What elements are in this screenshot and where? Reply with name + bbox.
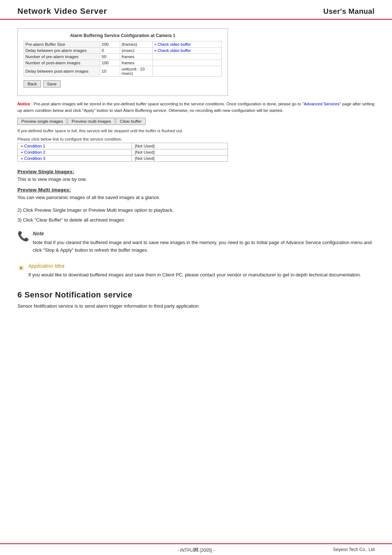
notice-link[interactable]: "Advanced Services" bbox=[302, 102, 341, 106]
config-row-link bbox=[153, 54, 222, 60]
save-button[interactable]: Save bbox=[43, 80, 61, 88]
preview-btn-row: Preview single images Preview multi imag… bbox=[17, 118, 375, 125]
config-row-unit: unit(unit : 10 msec) bbox=[120, 66, 153, 77]
preview-multi-button[interactable]: Preview multi images bbox=[68, 118, 115, 125]
preview-single-heading: Preview Single Images: bbox=[17, 169, 375, 174]
config-row-value: 0 bbox=[100, 48, 120, 54]
section-6-text: Sensor Notification service is to send a… bbox=[17, 303, 375, 310]
numbered-item-3: 3) Click "Clear Buffer" to delete all ar… bbox=[17, 216, 375, 224]
section-6-name: Sensor Notification service bbox=[24, 290, 132, 299]
numbered-item-2: 2) Click Preview Single Imager or Previe… bbox=[17, 206, 375, 214]
config-btn-row: Back Save bbox=[24, 80, 222, 88]
config-row-value: 100 bbox=[100, 60, 120, 66]
config-row-link bbox=[153, 66, 222, 77]
back-button[interactable]: Back bbox=[24, 80, 41, 88]
notice-block: Notice : Pre-post alarm images will be s… bbox=[17, 101, 375, 114]
config-table-row: Delay between pre-alarm images 0 (msec) … bbox=[24, 48, 222, 54]
condition-row: » Condition 3 [Not Used] bbox=[18, 155, 228, 161]
config-table-row: Number of pre-alarm images 50 frames bbox=[24, 54, 222, 60]
note-label: Note bbox=[33, 231, 375, 236]
app-idea-text: If you would like to download buffered i… bbox=[28, 271, 361, 279]
numbered-list: 2) Click Preview Single Imager or Previe… bbox=[17, 206, 375, 224]
app-idea-icon: ☀︎ bbox=[17, 264, 25, 273]
header-title-left: Network Video Server bbox=[17, 7, 107, 16]
config-table-row: Pre-alarm Buffer Size 200 (frames) » Che… bbox=[24, 41, 222, 48]
config-row-label: Delay between pre-alarm images bbox=[24, 48, 100, 54]
note-block: 📞 Note Note that if you cleared the buff… bbox=[17, 231, 375, 254]
config-row-value: 10 bbox=[100, 66, 120, 77]
condition-link-cell[interactable]: » Condition 1 bbox=[18, 143, 132, 149]
config-row-label: Delay between post-alarm images bbox=[24, 66, 100, 77]
preview-single-button[interactable]: Preview single images bbox=[17, 118, 67, 125]
config-row-unit: frames bbox=[120, 60, 153, 66]
header-title-right: User's Manual bbox=[323, 7, 375, 16]
config-row-link[interactable]: » Check video buffer bbox=[153, 41, 222, 48]
conditions-table: » Condition 1 [Not Used] » Condition 2 [… bbox=[17, 143, 228, 162]
condition-status: [Not Used] bbox=[132, 149, 228, 155]
main-content: Alarm Buffering Service Configuration at… bbox=[0, 20, 392, 347]
preview-multi-text: You can view panoramic images of all the… bbox=[17, 194, 375, 202]
preview-single-text: This is to view image one by one. bbox=[17, 176, 375, 183]
condition-link-cell[interactable]: » Condition 2 bbox=[18, 149, 132, 155]
condition-status: [Not Used] bbox=[132, 155, 228, 161]
footer-copyright: - INTPLUS [2005] - bbox=[177, 548, 215, 553]
config-table-row: Delay between post-alarm images 10 unit(… bbox=[24, 66, 222, 77]
buffer-info: If pre-defined buffer space is full, thi… bbox=[17, 128, 375, 134]
config-row-label: Number of pre-alarm images bbox=[24, 54, 100, 60]
preview-multi-heading: Preview Multi images: bbox=[17, 187, 375, 193]
app-idea-block: ☀︎ Application Idea If you would like to… bbox=[17, 263, 375, 279]
condition-link-cell[interactable]: » Condition 3 bbox=[18, 155, 132, 161]
note-content: Note Note that if you cleared the buffer… bbox=[33, 231, 375, 254]
config-table: Pre-alarm Buffer Size 200 (frames) » Che… bbox=[24, 41, 222, 77]
config-row-value: 200 bbox=[100, 41, 120, 48]
config-row-link bbox=[153, 60, 222, 66]
section-6-title: 6 Sensor Notification service bbox=[17, 290, 375, 300]
config-table-row: Number of post-alarm images 100 frames bbox=[24, 60, 222, 66]
config-title: Alarm Buffering Service Configuration at… bbox=[24, 33, 222, 38]
app-idea-label: Application Idea bbox=[28, 263, 361, 269]
config-row-link[interactable]: » Check video buffer bbox=[153, 48, 222, 54]
app-idea-content: Application Idea If you would like to do… bbox=[28, 263, 361, 279]
condition-status: [Not Used] bbox=[132, 143, 228, 149]
config-row-unit: frames bbox=[120, 54, 153, 60]
config-row-label: Pre-alarm Buffer Size bbox=[24, 41, 100, 48]
config-box: Alarm Buffering Service Configuration at… bbox=[17, 28, 228, 96]
clear-buffer-button[interactable]: Clear buffer bbox=[116, 118, 146, 125]
condition-row: » Condition 2 [Not Used] bbox=[18, 149, 228, 155]
condition-intro: Please click below link to configure the… bbox=[17, 137, 375, 141]
condition-row: » Condition 1 [Not Used] bbox=[18, 143, 228, 149]
config-row-label: Number of post-alarm images bbox=[24, 60, 100, 66]
notice-label: Notice bbox=[17, 102, 30, 106]
config-row-unit: (msec) bbox=[120, 48, 153, 54]
note-text: Note that if you cleared the buffered im… bbox=[33, 239, 375, 254]
notice-text1: : Pre-post alarm images will be stored i… bbox=[31, 102, 302, 106]
section-6-number: 6 bbox=[17, 290, 22, 299]
page-header: Network Video Server User's Manual bbox=[0, 0, 392, 20]
config-row-unit: (frames) bbox=[120, 41, 153, 48]
note-icon: 📞 bbox=[17, 231, 29, 242]
config-row-value: 50 bbox=[100, 54, 120, 60]
